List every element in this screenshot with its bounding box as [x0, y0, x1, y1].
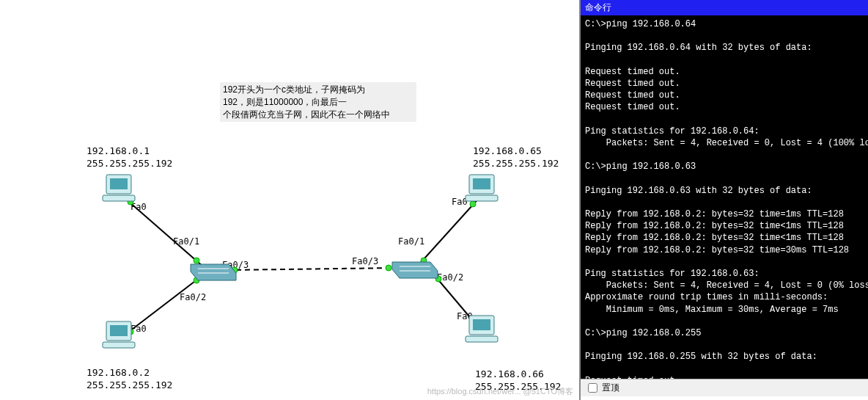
- pc-bottom-right-icon[interactable]: [466, 316, 498, 342]
- switch-right-icon[interactable]: [392, 262, 438, 278]
- link: [123, 274, 204, 336]
- cli-footer: 置顶: [581, 379, 868, 396]
- pc-top-right-icon[interactable]: [466, 175, 498, 201]
- cli-titlebar[interactable]: 命令行: [581, 0, 868, 15]
- svg-rect-20: [110, 325, 128, 336]
- switch-left-icon[interactable]: [191, 264, 236, 280]
- cli-panel: 命令行 C:\>ping 192.168.0.64 Pinging 192.16…: [579, 0, 868, 400]
- svg-rect-23: [473, 178, 490, 189]
- stay-on-top-label: 置顶: [602, 382, 619, 393]
- svg-point-4: [470, 201, 476, 207]
- svg-rect-27: [466, 336, 498, 342]
- link: [123, 197, 204, 267]
- trunk-link: [227, 268, 396, 270]
- svg-rect-18: [103, 195, 135, 201]
- stay-on-top-checkbox[interactable]: [588, 383, 597, 393]
- pc-top-left-icon[interactable]: [103, 175, 135, 201]
- svg-rect-17: [110, 178, 128, 189]
- svg-marker-13: [392, 262, 438, 278]
- link: [418, 197, 480, 266]
- svg-marker-10: [191, 264, 236, 280]
- svg-point-9: [386, 265, 391, 271]
- pc-bottom-left-icon[interactable]: [103, 321, 135, 348]
- svg-rect-26: [473, 319, 490, 330]
- topology-canvas[interactable]: 192开头为一个c类地址，子网掩码为 192，则是11000000，向最后一 个…: [0, 0, 579, 400]
- svg-rect-21: [103, 342, 135, 348]
- svg-point-1: [194, 258, 199, 263]
- cli-terminal[interactable]: C:\>ping 192.168.0.64 Pinging 192.168.0.…: [581, 15, 868, 379]
- watermark: https://blog.csdn.net/wer... @51CTO博客: [427, 386, 573, 397]
- svg-rect-24: [466, 195, 498, 201]
